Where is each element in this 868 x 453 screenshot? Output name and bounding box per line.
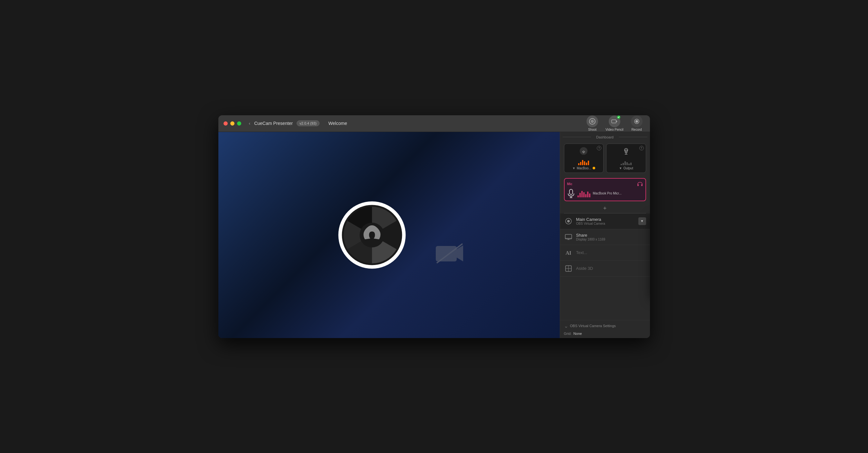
input-level-bars bbox=[567, 159, 601, 165]
aside-source-name: Aside 3D bbox=[576, 266, 646, 271]
aside-source-icon bbox=[564, 264, 573, 273]
mic-level-bars bbox=[578, 190, 590, 197]
svg-rect-19 bbox=[641, 184, 643, 186]
camera-source-icon bbox=[564, 217, 573, 226]
aside-source-item[interactable]: Aside 3D bbox=[560, 261, 650, 277]
add-source-button[interactable]: + bbox=[560, 204, 650, 213]
maximize-button[interactable] bbox=[237, 121, 241, 126]
bottom-section: ⌄ OBS Virtual Camera Settings Grid: None bbox=[560, 320, 650, 338]
close-button[interactable] bbox=[223, 121, 228, 126]
audio-input-card[interactable]: ? bbox=[564, 143, 604, 173]
input-warning-dot bbox=[593, 167, 595, 169]
mic-card[interactable]: Mic bbox=[564, 178, 646, 201]
dashboard-title: Dashboard bbox=[596, 135, 614, 139]
output-level-bars bbox=[609, 159, 643, 165]
grid-label: Grid: bbox=[564, 332, 572, 335]
share-source-text: Share Display 1800 x 1169 bbox=[576, 233, 646, 241]
share-source-icon bbox=[564, 232, 573, 241]
text-source-icon: AI bbox=[564, 248, 573, 257]
svg-rect-9 bbox=[436, 246, 457, 261]
mic-icon-area: MacBook Pro Micr... bbox=[567, 189, 643, 198]
traffic-lights bbox=[223, 121, 241, 126]
video-pencil-label: Video Pencil bbox=[606, 128, 623, 131]
camera-source-sub: OBS Virtual Camera bbox=[576, 222, 635, 225]
version-badge: v2.0.4 (93) bbox=[297, 121, 319, 126]
mic-card-container: Mic bbox=[560, 175, 650, 204]
input-card-icon bbox=[567, 147, 601, 157]
share-source-sub: Display 1800 x 1169 bbox=[576, 237, 646, 241]
svg-marker-3 bbox=[616, 121, 617, 122]
obs-logo bbox=[337, 200, 407, 270]
aside-source-text: Aside 3D bbox=[576, 266, 646, 271]
share-source-name: Share bbox=[576, 233, 646, 237]
right-panel: Dashboard ? bbox=[560, 132, 650, 338]
main-content: Dashboard ? bbox=[218, 132, 650, 338]
title-bar-left: ‹ CueCam Presenter v2.0.4 (93) Welcome bbox=[223, 121, 585, 126]
mic-label: Mic bbox=[567, 181, 643, 187]
svg-rect-18 bbox=[638, 184, 639, 186]
title-bar-right: Shoot Video Pencil bbox=[584, 116, 645, 131]
svg-point-5 bbox=[636, 120, 638, 123]
video-preview bbox=[218, 132, 560, 338]
video-pencil-icon bbox=[609, 116, 620, 127]
svg-point-13 bbox=[583, 152, 584, 153]
shoot-toolbar-button[interactable]: Shoot bbox=[584, 116, 600, 131]
record-label: Record bbox=[631, 128, 642, 131]
audio-cards-row: ? bbox=[560, 141, 650, 175]
app-window: ‹ CueCam Presenter v2.0.4 (93) Welcome S… bbox=[218, 115, 650, 338]
svg-rect-2 bbox=[612, 120, 616, 123]
output-help-icon[interactable]: ? bbox=[639, 146, 644, 150]
title-bar: ‹ CueCam Presenter v2.0.4 (93) Welcome S… bbox=[218, 115, 650, 132]
record-toolbar-button[interactable]: Record bbox=[629, 116, 645, 131]
audio-output-card[interactable]: ? bbox=[606, 143, 646, 173]
shoot-label: Shoot bbox=[588, 128, 596, 131]
camera-dropdown-button[interactable]: ▼ bbox=[638, 217, 646, 225]
back-button[interactable]: ‹ bbox=[249, 121, 251, 126]
text-source-text: Text... bbox=[576, 250, 646, 255]
text-source-name: Text... bbox=[576, 250, 646, 255]
share-source-item[interactable]: Share Display 1800 x 1169 bbox=[560, 229, 650, 245]
text-source-item[interactable]: AI Text... bbox=[560, 245, 650, 261]
record-icon bbox=[631, 116, 643, 127]
svg-text:AI: AI bbox=[565, 250, 571, 256]
video-pencil-toolbar-button[interactable]: Video Pencil bbox=[606, 116, 623, 131]
input-help-icon[interactable]: ? bbox=[597, 146, 601, 150]
svg-rect-20 bbox=[569, 189, 572, 194]
output-card-icon bbox=[609, 147, 643, 157]
app-title: CueCam Presenter bbox=[254, 121, 293, 126]
minimize-button[interactable] bbox=[230, 121, 235, 126]
obs-settings-label: OBS Virtual Camera Settings bbox=[570, 324, 616, 328]
window-tab-title: Welcome bbox=[329, 121, 347, 126]
mic-headphone-icon bbox=[637, 181, 643, 187]
camera-source-item[interactable]: Main Camera OBS Virtual Camera ▼ EOS Web… bbox=[560, 214, 650, 229]
dashboard-header: Dashboard bbox=[560, 132, 650, 141]
svg-point-1 bbox=[591, 120, 594, 123]
camera-source-text: Main Camera OBS Virtual Camera bbox=[576, 217, 635, 225]
input-card-label: ▼ MacBoo... bbox=[567, 166, 601, 170]
shoot-icon bbox=[587, 116, 598, 127]
mic-icon bbox=[567, 189, 575, 198]
grid-value: None bbox=[573, 332, 582, 335]
camera-source-name: Main Camera bbox=[576, 217, 635, 222]
obs-settings-row: ⌄ OBS Virtual Camera Settings bbox=[564, 323, 646, 329]
svg-point-24 bbox=[567, 220, 570, 223]
mic-device-name: MacBook Pro Micr... bbox=[593, 192, 622, 195]
grid-info-row: Grid: None bbox=[564, 332, 646, 335]
output-card-label: ▼ Output bbox=[609, 166, 643, 170]
no-camera-icon bbox=[435, 242, 464, 266]
